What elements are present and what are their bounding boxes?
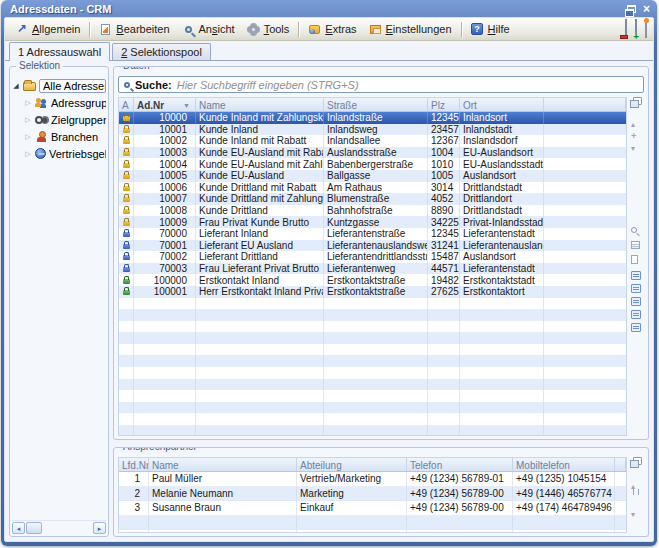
- contact-row-empty[interactable]: [119, 516, 626, 531]
- column-header-Abteilung[interactable]: Abteilung: [297, 458, 407, 471]
- tree-collapse-icon[interactable]: ▷: [24, 99, 32, 107]
- tab-adressauswahl[interactable]: 1 Adressauswahl: [9, 42, 110, 61]
- contact-row[interactable]: 3Susanne BraunEinkauf+49 (1234) 56789-00…: [119, 501, 626, 516]
- column-header-A[interactable]: A: [119, 98, 134, 111]
- toolbar-table-add-button[interactable]: [635, 20, 637, 38]
- menu-item-hilfe[interactable]: ?Hilfe: [465, 20, 516, 39]
- column-header-Lfd.Nr.[interactable]: Lfd.Nr.: [119, 458, 149, 471]
- tree-item-alle-adressen[interactable]: ◢Alle Adressen: [12, 77, 106, 94]
- table-row-empty[interactable]: [119, 309, 626, 321]
- menu-item-einstellungen[interactable]: Einstellungen: [363, 20, 458, 39]
- menu-item-allgemein[interactable]: ↗Allgemein: [9, 20, 86, 39]
- tree-item-branchen[interactable]: ▷Branchen: [12, 128, 106, 145]
- table-row-empty[interactable]: [119, 355, 626, 367]
- table-row-empty[interactable]: [119, 298, 626, 310]
- column-header-Name[interactable]: Name: [196, 98, 324, 111]
- list-icon[interactable]: [631, 297, 641, 306]
- table-row-empty[interactable]: [119, 367, 626, 379]
- table-row[interactable]: 10006Kunde Drittland mit RabattAm Rathau…: [119, 182, 626, 194]
- column-header-Ad.Nr[interactable]: Ad.Nr▼: [134, 98, 196, 111]
- table-row[interactable]: 10003Kunde EU-Ausland mit RabattAuslands…: [119, 147, 626, 159]
- scroll-down-icon[interactable]: [631, 503, 635, 521]
- table-row[interactable]: 10001Kunde InlandInlandsweg23457Inlandst…: [119, 124, 626, 136]
- current-record-icon[interactable]: [633, 489, 639, 495]
- table-row[interactable]: 10008Kunde DrittlandBahnhofstraße8890Dri…: [119, 205, 626, 217]
- column-chooser-icon[interactable]: [633, 97, 642, 105]
- close-button[interactable]: ×: [643, 4, 650, 14]
- cell: Privat-Inlandsstadt: [460, 216, 544, 228]
- tree-item-zielgruppen[interactable]: ▷Zielgruppen: [12, 111, 106, 128]
- table-row[interactable]: 100001Herr Erstkontakt Inland PrivatErst…: [119, 286, 626, 298]
- search-box[interactable]: Suche: Hier Suchbegriff eingeben (STRG+S…: [118, 76, 644, 93]
- tree-collapse-icon[interactable]: ▷: [24, 150, 32, 158]
- contact-row[interactable]: 2Melanie NeumannMarketing+49 (1234) 5678…: [119, 487, 626, 502]
- tree-item-adressgruppen[interactable]: ▷Adressgruppen: [12, 94, 106, 111]
- grid-icon[interactable]: [631, 241, 640, 249]
- table-row[interactable]: 10000Kunde Inland mit Zahlungskondition …: [119, 112, 626, 124]
- table-row[interactable]: 10005Kunde EU-AuslandBallgasse1005Auslan…: [119, 170, 626, 182]
- list-icon[interactable]: [631, 310, 641, 319]
- table-row-empty[interactable]: [119, 402, 626, 414]
- tree-expand-icon[interactable]: ◢: [12, 82, 20, 90]
- cell: [324, 321, 428, 333]
- toolbar-table-remove-button[interactable]: [625, 20, 627, 38]
- page-icon[interactable]: [631, 255, 638, 264]
- contact-row[interactable]: 1Paul MüllerVertrieb/Marketing+49 (1234)…: [119, 472, 626, 487]
- list-icon[interactable]: [631, 271, 641, 280]
- title-bar[interactable]: Adressdaten - CRM ×: [4, 0, 654, 17]
- scroll-thumb[interactable]: [26, 522, 42, 534]
- table-row[interactable]: 10002Kunde Inland mit RabattInlandsallee…: [119, 135, 626, 147]
- menu-item-ansicht[interactable]: Ansicht: [176, 20, 241, 39]
- table-row[interactable]: 70002Lieferant DrittlandLieferantendritt…: [119, 251, 626, 263]
- address-grid-header[interactable]: AAd.Nr▼NameStraßePlzOrt: [119, 98, 626, 112]
- table-row[interactable]: 10009Frau Privat Kunde BruttoKuntzgasse3…: [119, 216, 626, 228]
- menu-item-bearbeiten[interactable]: Bearbeiten: [93, 20, 175, 39]
- contact-row-empty[interactable]: [119, 530, 626, 532]
- tree-collapse-icon[interactable]: ▷: [24, 133, 32, 141]
- table-row-empty[interactable]: [119, 413, 626, 425]
- column-header-Plz[interactable]: Plz: [428, 98, 460, 111]
- table-row[interactable]: 70001Lieferant EU AuslandLieferantenausl…: [119, 240, 626, 252]
- tree-item-label: Adressgruppen: [51, 97, 106, 109]
- sidebar-hscrollbar[interactable]: ◂ ▸: [12, 520, 106, 534]
- list-icon[interactable]: [631, 323, 641, 332]
- menu-item-extras[interactable]: Extras: [302, 20, 362, 39]
- table-row-empty[interactable]: [119, 425, 626, 435]
- cell: Am Rathaus: [324, 182, 428, 194]
- cell: [544, 390, 626, 402]
- scroll-down-icon[interactable]: [631, 137, 635, 155]
- menu-item-tools[interactable]: Tools: [241, 20, 296, 39]
- table-row-empty[interactable]: [119, 379, 626, 391]
- table-row-empty[interactable]: [119, 344, 626, 356]
- cell: 10004: [134, 158, 196, 170]
- tab-selektionspool[interactable]: 2 Selektionspool: [112, 43, 211, 60]
- column-header-filler[interactable]: [544, 98, 626, 111]
- column-header-filler[interactable]: [615, 458, 626, 471]
- tree-item-vertriebsgebiete[interactable]: ▷Vertriebsgebiete: [12, 145, 106, 162]
- table-row-empty[interactable]: [119, 332, 626, 344]
- table-row[interactable]: 70000Lieferant InlandLieferantenstraße12…: [119, 228, 626, 240]
- scroll-left-button[interactable]: ◂: [12, 522, 25, 534]
- column-header-Telefon[interactable]: Telefon: [407, 458, 513, 471]
- tree-collapse-icon[interactable]: ▷: [24, 116, 32, 124]
- list-icon[interactable]: [631, 284, 641, 293]
- search-icon[interactable]: [631, 227, 637, 233]
- toolbar-new-document-button[interactable]: [645, 20, 647, 38]
- column-header-Ort[interactable]: Ort: [460, 98, 544, 111]
- restore-button[interactable]: [627, 5, 636, 13]
- table-row-empty[interactable]: [119, 390, 626, 402]
- table-row[interactable]: 10007Kunde Drittland mit Zahlungskonditi…: [119, 193, 626, 205]
- scroll-right-button[interactable]: ▸: [93, 522, 106, 534]
- column-header-Straße[interactable]: Straße: [324, 98, 428, 111]
- table-row[interactable]: 70003Frau Lieferant Privat BruttoLiefera…: [119, 263, 626, 275]
- table-row-empty[interactable]: [119, 321, 626, 333]
- cell: [196, 413, 324, 425]
- contacts-grid-header[interactable]: Lfd.Nr.NameAbteilungTelefonMobiltelefon: [119, 458, 626, 472]
- column-chooser-icon[interactable]: [633, 457, 642, 465]
- table-row[interactable]: 100000Erstkontakt InlandErstkontaktstraß…: [119, 274, 626, 286]
- column-header-Name[interactable]: Name: [149, 458, 297, 471]
- cell: [119, 367, 134, 379]
- table-row[interactable]: 10004Kunde EU-Ausland mit Zahlungskondti…: [119, 158, 626, 170]
- column-header-Mobiltelefon[interactable]: Mobiltelefon: [513, 458, 615, 471]
- cell: [324, 344, 428, 356]
